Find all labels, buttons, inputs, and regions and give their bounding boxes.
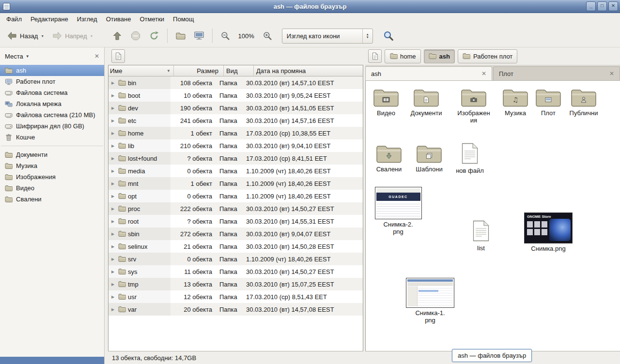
menu-go[interactable]: Отиване xyxy=(102,14,136,24)
file-row-home[interactable]: ▶home1 обектПапка17.03.2010 (ср) 10,38,5… xyxy=(108,127,363,139)
icon-item-video[interactable]: Видео xyxy=(365,88,408,117)
expander-icon[interactable]: ▶ xyxy=(110,232,116,236)
reload-button[interactable] xyxy=(145,28,163,44)
minimize-button[interactable]: _ xyxy=(586,1,596,11)
expander-icon[interactable]: ▶ xyxy=(110,282,116,287)
file-row-var[interactable]: ▶var20 обектаПапка30.03.2010 (вт) 14,57,… xyxy=(108,303,363,316)
column-header-size[interactable]: Размер xyxy=(174,65,224,76)
up-button[interactable] xyxy=(108,28,126,44)
file-row-lost+found[interactable]: ▶lost+found? обектаПапка17.03.2010 (ср) … xyxy=(108,152,363,165)
expander-icon[interactable]: ▶ xyxy=(110,244,116,249)
file-row-sbin[interactable]: ▶sbin272 обектаПапка30.03.2010 (вт) 9,04… xyxy=(108,228,363,240)
expander-icon[interactable]: ▶ xyxy=(110,270,116,274)
file-row-usr[interactable]: ▶usr12 обектаПапка17.03.2010 (ср) 8,51,4… xyxy=(108,290,363,303)
expander-icon[interactable]: ▶ xyxy=(110,207,116,211)
expander-icon[interactable]: ▶ xyxy=(110,131,116,136)
sidebar-item-documents[interactable]: Документи xyxy=(0,149,104,160)
zoom-out-button[interactable] xyxy=(217,28,234,44)
menu-view[interactable]: Изглед xyxy=(73,14,102,24)
titlebar[interactable]: ash — файлов браузър _ □ ✕ xyxy=(0,0,620,13)
pathbar-scroll-button[interactable] xyxy=(368,49,382,63)
sidebar-item-ash[interactable]: ash xyxy=(0,65,104,76)
column-header-date[interactable]: Дата на промяна xyxy=(254,65,363,76)
zoom-in-button[interactable] xyxy=(259,28,276,44)
expander-icon[interactable]: ▶ xyxy=(110,257,116,261)
file-row-tmp[interactable]: ▶tmp13 обектаПапка30.03.2010 (вт) 15,07,… xyxy=(108,278,363,290)
expander-icon[interactable]: ▶ xyxy=(110,81,116,85)
sidebar-item-trash[interactable]: Кошче xyxy=(0,132,104,143)
menu-file[interactable]: Файл xyxy=(2,14,26,24)
file-row-sys[interactable]: ▶sys11 обектаПапка30.03.2010 (вт) 14,50,… xyxy=(108,265,363,278)
back-dropdown-icon[interactable]: ▼ xyxy=(41,34,44,38)
file-row-root[interactable]: ▶root? обектаПапка30.03.2010 (вт) 14,55,… xyxy=(108,215,363,228)
column-header-type[interactable]: Вид xyxy=(224,65,254,76)
icon-item-snimka[interactable]: GNOME StoreСнимка.png xyxy=(523,212,574,252)
menu-help[interactable]: Помощ xyxy=(169,14,198,24)
file-date: 30.03.2010 (вт) 15,07,25 EEST xyxy=(244,278,363,290)
path-button-ash[interactable]: ash xyxy=(424,49,455,63)
expander-icon[interactable]: ▶ xyxy=(110,93,116,98)
maximize-button[interactable]: □ xyxy=(597,1,607,11)
menu-edit[interactable]: Редактиране xyxy=(26,14,73,24)
icon-item-snimka-1[interactable]: Снимка-1.png xyxy=(405,278,455,324)
icon-item-templates[interactable]: Шаблони xyxy=(407,144,451,173)
sidebar-item-video[interactable]: Видео xyxy=(0,182,104,194)
tab-close-icon[interactable]: ✕ xyxy=(481,70,486,77)
sidebar-item-music[interactable]: Музика xyxy=(0,160,104,171)
sidebar-item-filesystem-210mb[interactable]: Файлова система (210 MB) xyxy=(0,109,104,121)
expander-icon[interactable]: ▶ xyxy=(110,219,116,224)
sidebar-item-downloads[interactable]: Свалени xyxy=(0,194,104,205)
sidebar-item-desktop[interactable]: Работен плот xyxy=(0,76,104,87)
file-row-media[interactable]: ▶media0 обектаПапка1.10.2009 (чт) 18,40,… xyxy=(108,165,363,177)
pane-splitter[interactable] xyxy=(105,47,108,364)
file-row-srv[interactable]: ▶srv0 обектаПапка1.10.2009 (чт) 18,40,26… xyxy=(108,253,363,265)
close-button[interactable]: ✕ xyxy=(608,1,618,11)
tab-plot[interactable]: Плот✕ xyxy=(493,66,620,80)
forward-button[interactable]: Напред ▼ xyxy=(48,28,97,44)
expander-icon[interactable]: ▶ xyxy=(110,119,116,123)
file-row-bin[interactable]: ▶bin108 обектаПапка30.03.2010 (вт) 14,57… xyxy=(108,76,363,89)
sidebar-item-filesystem[interactable]: Файлова система xyxy=(0,87,104,98)
menu-bookmarks[interactable]: Отметки xyxy=(135,14,169,24)
sidebar-title[interactable]: Места xyxy=(5,53,23,60)
icon-item-new-file[interactable]: нов файл xyxy=(448,143,492,174)
view-mode-select[interactable]: Изглед като икони ▲▼ xyxy=(282,29,373,44)
file-row-selinux[interactable]: ▶selinux21 обектаПапка30.03.2010 (вт) 14… xyxy=(108,240,363,253)
expander-icon[interactable]: ▶ xyxy=(110,182,116,186)
file-row-boot[interactable]: ▶boot10 обектаПапка30.03.2010 (вт) 9,05,… xyxy=(108,89,363,102)
file-row-proc[interactable]: ▶proc222 обектаПапка30.03.2010 (вт) 14,5… xyxy=(108,202,363,215)
tab-close-icon[interactable]: ✕ xyxy=(609,70,614,77)
home-button[interactable] xyxy=(171,28,190,44)
tab-ash[interactable]: ash✕ xyxy=(365,66,492,80)
sidebar-item-pictures[interactable]: Изображения xyxy=(0,171,104,182)
file-row-etc[interactable]: ▶etc241 обектаПапка30.03.2010 (вт) 14,57… xyxy=(108,114,363,127)
path-button-home[interactable]: home xyxy=(385,49,421,63)
expander-icon[interactable]: ▶ xyxy=(110,156,116,161)
file-row-dev[interactable]: ▶dev190 обектаПапка30.03.2010 (вт) 14,51… xyxy=(108,102,363,114)
expander-icon[interactable]: ▶ xyxy=(110,169,116,173)
sidebar-item-encrypted-80gb[interactable]: Шифриран дял (80 GB) xyxy=(0,121,104,132)
expander-icon[interactable]: ▶ xyxy=(110,194,116,198)
icon-item-snimka-2[interactable]: GUADECСнимка-2.png xyxy=(373,187,423,235)
file-row-mnt[interactable]: ▶mnt1 обектПапка1.10.2009 (чт) 18,40,26 … xyxy=(108,177,363,190)
column-header-name[interactable]: Име▼ xyxy=(108,65,174,76)
expander-icon[interactable]: ▶ xyxy=(110,144,116,148)
icon-item-list[interactable]: list xyxy=(459,220,503,252)
file-row-opt[interactable]: ▶opt0 обектаПапка1.10.2009 (чт) 18,40,26… xyxy=(108,190,363,202)
sidebar-item-local-network[interactable]: Локална мрежа xyxy=(0,98,104,109)
expander-icon[interactable]: ▶ xyxy=(110,307,116,312)
expander-icon[interactable]: ▶ xyxy=(110,295,116,299)
expander-icon[interactable]: ▶ xyxy=(110,106,116,110)
icon-item-pictures[interactable]: Изображения xyxy=(452,88,496,124)
pane-location-button[interactable] xyxy=(111,49,125,63)
computer-button[interactable] xyxy=(190,28,208,44)
back-button[interactable]: Назад ▼ xyxy=(3,28,48,44)
icon-item-documents[interactable]: Документи xyxy=(404,88,448,117)
stop-button[interactable] xyxy=(126,28,145,44)
file-row-lib[interactable]: ▶lib210 обектаПапка30.03.2010 (вт) 9,04,… xyxy=(108,139,363,152)
icon-item-downloads[interactable]: Свалени xyxy=(367,144,411,173)
path-button-desktop[interactable]: Работен плот xyxy=(458,49,517,63)
search-button[interactable] xyxy=(379,28,398,44)
icon-item-public[interactable]: Публични xyxy=(562,88,605,117)
sidebar-close-icon[interactable]: ✕ xyxy=(94,53,99,60)
